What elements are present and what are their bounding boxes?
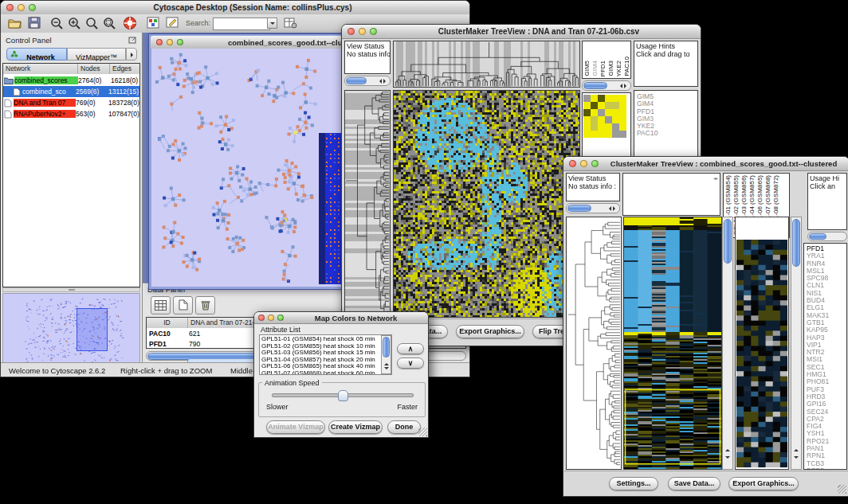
zoom-button[interactable] bbox=[591, 160, 599, 167]
tab-vizmapper[interactable]: VizMapper™ bbox=[67, 48, 126, 61]
slider-thumb[interactable] bbox=[338, 390, 348, 401]
network-row-rnapuber[interactable]: RNAPuberNov2+ 563(0) 107847(0) bbox=[3, 108, 139, 119]
scroll-up-arrow[interactable] bbox=[725, 447, 730, 451]
scrollbar-thumb[interactable] bbox=[724, 219, 732, 264]
close-button[interactable] bbox=[347, 28, 355, 35]
zoom-button[interactable] bbox=[277, 315, 284, 321]
new-attribute-button[interactable] bbox=[173, 296, 193, 315]
tab-network[interactable]: Network bbox=[6, 48, 67, 61]
attribute-list-vscrollbar[interactable] bbox=[381, 335, 391, 374]
dialog-title-bar[interactable]: Map Colors to Network bbox=[254, 312, 428, 324]
network-overview[interactable] bbox=[2, 293, 140, 366]
resize-grip[interactable] bbox=[838, 485, 846, 494]
attribute-select-button[interactable] bbox=[151, 296, 171, 315]
panel-splitter[interactable] bbox=[2, 287, 140, 292]
scroll-down-arrow[interactable] bbox=[725, 456, 730, 461]
minimize-button[interactable] bbox=[359, 28, 366, 35]
minimize-button[interactable] bbox=[18, 4, 25, 11]
scroll-up-arrow[interactable] bbox=[384, 361, 389, 365]
search-dropdown-button[interactable] bbox=[267, 18, 277, 29]
close-button[interactable] bbox=[569, 160, 576, 167]
network-row-dna-tran[interactable]: DNA and Tran 07 769(0) 183728(0) bbox=[3, 97, 139, 108]
scroll-right-arrow[interactable] bbox=[383, 79, 388, 84]
scroll-up-arrow[interactable] bbox=[794, 447, 799, 451]
done-button[interactable]: Done bbox=[387, 420, 421, 434]
scrollbar-thumb[interactable] bbox=[383, 337, 390, 357]
zoom-button[interactable] bbox=[29, 4, 36, 11]
scrollbar-thumb[interactable] bbox=[567, 205, 591, 212]
scroll-left-arrow[interactable] bbox=[377, 79, 382, 84]
annotation-icon[interactable] bbox=[166, 17, 179, 29]
table-tool-icon[interactable] bbox=[284, 17, 297, 29]
zoom-in-icon[interactable] bbox=[68, 17, 81, 29]
tv1-gene-dendrogram[interactable] bbox=[344, 90, 391, 318]
tv2-global-heatmap[interactable] bbox=[623, 217, 722, 470]
col-network[interactable]: Network bbox=[3, 64, 78, 74]
tab-overflow-button[interactable] bbox=[126, 48, 137, 61]
save-session-icon[interactable] bbox=[28, 17, 41, 29]
scroll-right-arrow[interactable] bbox=[613, 206, 618, 211]
scroll-down-arrow[interactable] bbox=[794, 456, 799, 461]
close-button[interactable] bbox=[6, 4, 14, 11]
scrollbar-thumb[interactable] bbox=[792, 219, 800, 267]
scroll-left-arrow[interactable] bbox=[618, 84, 622, 88]
document-icon bbox=[4, 99, 12, 107]
float-panel-icon[interactable] bbox=[128, 36, 137, 44]
tv1-column-dendrogram[interactable] bbox=[393, 41, 580, 88]
tv1-zoom-hscrollbar[interactable] bbox=[582, 80, 631, 91]
tv1-global-heatmap[interactable] bbox=[393, 90, 580, 318]
scrollbar-thumb[interactable] bbox=[346, 77, 367, 84]
attribute-list[interactable]: GPL51-01 (GSM854) heat shock 05 minGPL51… bbox=[259, 334, 392, 375]
tv2-global-vscrollbar[interactable] bbox=[722, 217, 733, 470]
zoom-button[interactable] bbox=[370, 28, 377, 35]
zoom-selected-icon[interactable] bbox=[85, 17, 99, 29]
speed-slider[interactable] bbox=[272, 393, 414, 397]
open-session-icon[interactable] bbox=[8, 17, 22, 29]
animate-vizmap-button[interactable]: Animate Vizmap bbox=[266, 420, 325, 434]
data-col-id[interactable]: ID bbox=[147, 318, 188, 328]
overview-selection-rect[interactable] bbox=[77, 308, 108, 351]
tv1-zoom-heatmap[interactable] bbox=[583, 95, 626, 138]
export-graphics-button[interactable]: Export Graphics... bbox=[728, 477, 799, 490]
minimize-button[interactable] bbox=[167, 39, 173, 45]
network-row-combined-scores[interactable]: combined_scores 2764(0) 16218(0) bbox=[3, 75, 139, 86]
move-up-button[interactable]: ∧ bbox=[397, 343, 424, 354]
scrollbar-thumb[interactable] bbox=[809, 233, 826, 240]
zoom-button[interactable] bbox=[177, 39, 183, 45]
move-down-button[interactable]: ∨ bbox=[397, 357, 424, 369]
minimize-button[interactable] bbox=[268, 315, 274, 321]
search-input[interactable] bbox=[213, 18, 270, 30]
close-button[interactable] bbox=[258, 315, 265, 321]
scroll-left-arrow[interactable] bbox=[607, 206, 611, 211]
tv2-zoom-vscrollbar[interactable] bbox=[791, 217, 802, 470]
zoom-out-icon[interactable] bbox=[50, 17, 64, 29]
scroll-right-arrow[interactable] bbox=[624, 84, 629, 88]
col-edges[interactable]: Edges bbox=[110, 64, 139, 74]
scrollbar-thumb[interactable] bbox=[583, 82, 607, 89]
minimize-button[interactable] bbox=[580, 160, 587, 167]
create-vizmap-button[interactable]: Create Vizmap bbox=[328, 420, 383, 434]
help-lifering-icon[interactable] bbox=[123, 16, 137, 30]
attribute-item[interactable]: GPL51-07 (GSM868) heat shock 60 min bbox=[260, 370, 391, 375]
column-label: GIM5 bbox=[583, 61, 591, 76]
treeview2-title-bar[interactable]: ClusterMaker TreeView : combined_scores_… bbox=[563, 157, 848, 171]
tv1-status-scrollbar[interactable] bbox=[344, 76, 391, 86]
export-graphics-button[interactable]: Export Graphics... bbox=[456, 325, 524, 338]
resize-grip[interactable] bbox=[418, 428, 427, 436]
close-button[interactable] bbox=[156, 39, 163, 45]
col-nodes[interactable]: Nodes bbox=[78, 64, 110, 74]
tv2-hints-scrollbar[interactable] bbox=[807, 232, 847, 241]
scroll-down-arrow[interactable] bbox=[384, 367, 389, 372]
delete-attribute-button[interactable] bbox=[195, 296, 215, 315]
treeview1-title-bar[interactable]: ClusterMaker TreeView : DNA and Tran 07-… bbox=[342, 25, 701, 39]
tv2-column-dendrogram[interactable]: ◂▸ bbox=[622, 173, 720, 216]
save-data-button[interactable]: Save Data... bbox=[668, 477, 720, 490]
tv2-gene-dendrogram[interactable] bbox=[566, 217, 622, 470]
tv2-status-scrollbar[interactable] bbox=[566, 203, 620, 213]
main-title-bar[interactable]: Cytoscape Desktop (Session Name: collins… bbox=[1, 1, 469, 15]
vizmap-icon[interactable] bbox=[147, 17, 159, 29]
tv2-zoom-heatmap-panel[interactable] bbox=[735, 217, 789, 470]
network-row-combined-sco[interactable]: combined_sco 2569(6) 13112(15) bbox=[3, 86, 139, 97]
settings-button[interactable]: Settings... bbox=[609, 477, 658, 490]
zoom-fit-icon[interactable] bbox=[103, 17, 116, 29]
